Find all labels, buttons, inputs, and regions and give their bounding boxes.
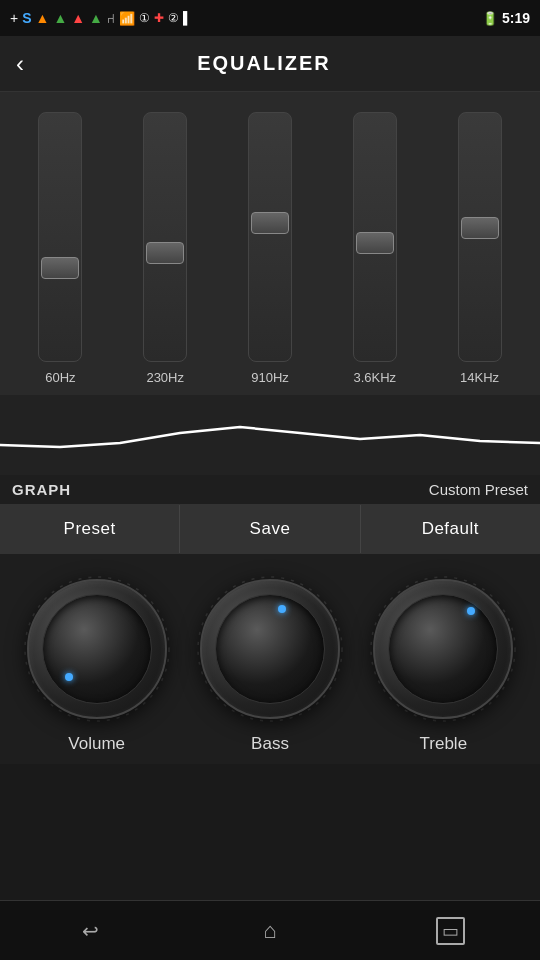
preset-button[interactable]: Preset xyxy=(0,505,180,553)
default-button[interactable]: Default xyxy=(361,505,540,553)
bass-label: Bass xyxy=(251,734,289,754)
bass-knob-wrapper[interactable] xyxy=(195,574,345,724)
volume-label: Volume xyxy=(68,734,125,754)
status-icons-left: + S ▲ ▲ ▲ ▲ ⑁ 📶 ① ✚ ② ▌ xyxy=(10,10,191,26)
app-icon-2: ▲ xyxy=(53,10,67,26)
app-icon-3: ▲ xyxy=(71,10,85,26)
equalizer-sliders-section: 60Hz 230Hz 910Hz 3.6KHz xyxy=(0,92,540,395)
slider-thumb-14khz[interactable] xyxy=(461,217,499,239)
slider-col-230hz: 230Hz xyxy=(115,112,216,385)
battery-icon: 🔋 xyxy=(482,11,498,26)
s-icon: S xyxy=(22,10,31,26)
navigation-bar: ↩ ⌂ ▭ xyxy=(0,900,540,960)
nav-back-button[interactable]: ↩ xyxy=(60,911,120,951)
volume-knob-outer[interactable] xyxy=(27,579,167,719)
slider-label-60hz: 60Hz xyxy=(45,370,75,385)
slider-col-910hz: 910Hz xyxy=(220,112,321,385)
treble-knob-wrapper[interactable] xyxy=(368,574,518,724)
slider-label-910hz: 910Hz xyxy=(251,370,289,385)
treble-knob-outer[interactable] xyxy=(373,579,513,719)
eq-graph xyxy=(0,395,540,475)
sim1-icon: ① xyxy=(139,11,150,25)
app-icon-1: ▲ xyxy=(36,10,50,26)
slider-col-60hz: 60Hz xyxy=(10,112,111,385)
custom-preset-label: Custom Preset xyxy=(429,481,528,498)
add-icon: + xyxy=(10,10,18,26)
save-button[interactable]: Save xyxy=(180,505,360,553)
knobs-section: Volume Bass Treble xyxy=(0,554,540,764)
wifi-icon: 📶 xyxy=(119,11,135,26)
status-time: 5:19 xyxy=(502,10,530,26)
volume-knob-col: Volume xyxy=(10,574,183,754)
slider-label-230hz: 230Hz xyxy=(146,370,184,385)
header: ‹ EQUALIZER xyxy=(0,36,540,92)
treble-knob-inner xyxy=(388,594,498,704)
home-nav-icon: ⌂ xyxy=(263,918,276,944)
svg-rect-0 xyxy=(0,395,540,475)
volume-knob-inner xyxy=(42,594,152,704)
slider-label-14khz: 14KHz xyxy=(460,370,499,385)
app-icon-4: ▲ xyxy=(89,10,103,26)
bass-knob-col: Bass xyxy=(183,574,356,754)
bass-knob-inner xyxy=(215,594,325,704)
page-title: EQUALIZER xyxy=(44,52,484,75)
back-button[interactable]: ‹ xyxy=(16,50,24,78)
slider-col-14khz: 14KHz xyxy=(429,112,530,385)
slider-col-36khz: 3.6KHz xyxy=(324,112,425,385)
slider-track-910hz[interactable] xyxy=(248,112,292,362)
volume-knob-wrapper[interactable] xyxy=(22,574,172,724)
slider-thumb-230hz[interactable] xyxy=(146,242,184,264)
treble-knob-col: Treble xyxy=(357,574,530,754)
bass-knob-dot xyxy=(278,605,286,613)
graph-label: GRAPH xyxy=(12,481,71,498)
bluetooth-icon: ⑁ xyxy=(107,11,115,26)
graph-section xyxy=(0,395,540,475)
status-bar: + S ▲ ▲ ▲ ▲ ⑁ 📶 ① ✚ ② ▌ 🔋 5:19 xyxy=(0,0,540,36)
slider-track-230hz[interactable] xyxy=(143,112,187,362)
sim2-icon: ② xyxy=(168,11,179,25)
treble-knob-dot xyxy=(467,607,475,615)
slider-track-14khz[interactable] xyxy=(458,112,502,362)
slider-track-36khz[interactable] xyxy=(353,112,397,362)
slider-label-36khz: 3.6KHz xyxy=(353,370,396,385)
sliders-row: 60Hz 230Hz 910Hz 3.6KHz xyxy=(10,112,530,385)
volume-knob-dot xyxy=(65,673,73,681)
back-nav-icon: ↩ xyxy=(82,919,99,943)
recent-nav-icon: ▭ xyxy=(436,917,465,945)
slider-thumb-36khz[interactable] xyxy=(356,232,394,254)
nav-home-button[interactable]: ⌂ xyxy=(240,911,300,951)
status-right: 🔋 5:19 xyxy=(482,10,530,26)
signal-icon: ▌ xyxy=(183,11,192,25)
graph-label-row: GRAPH Custom Preset xyxy=(0,475,540,504)
eq-buttons-row: Preset Save Default xyxy=(0,504,540,554)
slider-track-60hz[interactable] xyxy=(38,112,82,362)
slider-thumb-60hz[interactable] xyxy=(41,257,79,279)
nav-recent-button[interactable]: ▭ xyxy=(420,911,480,951)
treble-label: Treble xyxy=(420,734,468,754)
bass-knob-outer[interactable] xyxy=(200,579,340,719)
alert-icon: ✚ xyxy=(154,11,164,25)
slider-thumb-910hz[interactable] xyxy=(251,212,289,234)
